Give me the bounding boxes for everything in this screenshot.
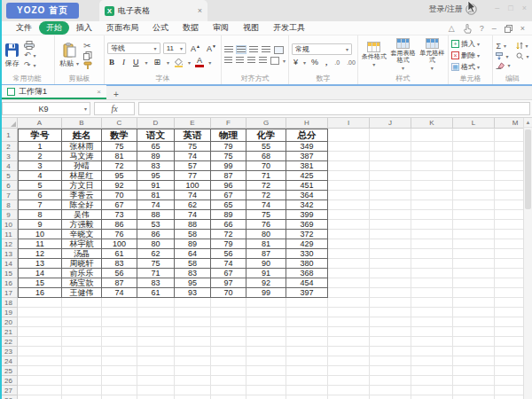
cell-K22[interactable] xyxy=(411,337,453,347)
cell-B23[interactable] xyxy=(62,347,102,356)
cell-D23[interactable] xyxy=(137,347,175,356)
align-top-icon[interactable] xyxy=(224,46,233,53)
workbook-tab[interactable]: 工作簿1 × xyxy=(2,85,106,99)
cell-C12[interactable]: 100 xyxy=(102,239,137,249)
cell-H22[interactable] xyxy=(286,337,328,347)
cell-I5[interactable] xyxy=(328,171,370,181)
cell-C14[interactable]: 83 xyxy=(102,259,137,269)
cell-A16[interactable]: 15 xyxy=(18,278,62,288)
cell-K10[interactable] xyxy=(411,220,453,230)
row-header-11[interactable]: 11 xyxy=(0,230,18,239)
cell-I19[interactable] xyxy=(328,308,370,317)
cell-J13[interactable] xyxy=(370,249,411,259)
cell-H6[interactable]: 451 xyxy=(286,181,328,191)
cell-F2[interactable]: 79 xyxy=(211,142,246,152)
row-header-5[interactable]: 5 xyxy=(0,171,18,181)
conditional-formatting-button[interactable]: 条件格式 ▾ xyxy=(361,42,387,68)
cell-C2[interactable]: 75 xyxy=(102,142,137,152)
column-header-A[interactable]: A xyxy=(18,118,62,129)
column-header-F[interactable]: F xyxy=(211,118,246,129)
cell-D16[interactable]: 83 xyxy=(137,278,175,288)
cell-G28[interactable] xyxy=(246,395,286,399)
column-header-D[interactable]: D xyxy=(137,118,175,129)
cell-L8[interactable] xyxy=(453,200,495,210)
row-header-22[interactable]: 22 xyxy=(0,337,18,347)
cell-B3[interactable]: 马文涛 xyxy=(62,152,102,161)
cell-J18[interactable] xyxy=(370,298,411,308)
menu-tab-文件[interactable]: 文件 xyxy=(9,21,39,35)
document-tab[interactable]: X 电子表格 × xyxy=(99,0,207,21)
cell-F16[interactable]: 97 xyxy=(211,278,246,288)
shrink-font-button[interactable]: A▼ xyxy=(205,43,218,53)
cell-J25[interactable] xyxy=(370,366,411,376)
cell-J12[interactable] xyxy=(370,239,411,249)
cell-K13[interactable] xyxy=(411,249,453,259)
column-header-G[interactable]: G xyxy=(246,118,286,129)
cell-D3[interactable]: 89 xyxy=(137,152,175,161)
cell-H5[interactable]: 425 xyxy=(286,171,328,181)
cell-F9[interactable]: 89 xyxy=(211,210,246,220)
cell-I2[interactable] xyxy=(328,142,370,152)
cell-B27[interactable] xyxy=(62,386,102,395)
cell-I24[interactable] xyxy=(328,356,370,366)
cell-G16[interactable]: 92 xyxy=(246,278,286,288)
column-header-L[interactable]: L xyxy=(453,118,495,129)
format-painter-icon[interactable] xyxy=(83,61,92,70)
ribbon-minimize-icon[interactable]: – xyxy=(492,24,497,33)
cell-G2[interactable]: 55 xyxy=(246,142,286,152)
cell-L2[interactable] xyxy=(453,142,495,152)
cell-C4[interactable]: 72 xyxy=(102,161,137,171)
cell-K9[interactable] xyxy=(411,210,453,220)
cell-C11[interactable]: 76 xyxy=(102,230,137,239)
cell-D27[interactable] xyxy=(137,386,175,395)
cell-E21[interactable] xyxy=(175,327,211,337)
cell-E7[interactable]: 74 xyxy=(175,191,211,200)
formula-input[interactable] xyxy=(138,102,530,115)
cell-H25[interactable] xyxy=(286,366,328,376)
cell-G21[interactable] xyxy=(246,327,286,337)
cell-H15[interactable]: 368 xyxy=(286,269,328,278)
cell-C3[interactable]: 81 xyxy=(102,152,137,161)
cell-G19[interactable] xyxy=(246,308,286,317)
cell-A4[interactable]: 3 xyxy=(18,161,62,171)
cell-L13[interactable] xyxy=(453,249,495,259)
row-header-1[interactable]: 1 xyxy=(0,129,18,142)
cell-E2[interactable]: 75 xyxy=(175,142,211,152)
cell-B17[interactable]: 王健伟 xyxy=(62,288,102,298)
help-icon[interactable]: ? xyxy=(480,24,484,33)
row-header-17[interactable]: 17 xyxy=(0,288,18,298)
cell-K23[interactable] xyxy=(411,347,453,356)
cell-E22[interactable] xyxy=(175,337,211,347)
number-format-select[interactable]: 常规▾ xyxy=(292,43,352,55)
row-header-23[interactable]: 23 xyxy=(0,347,18,356)
menu-tab-公式[interactable]: 公式 xyxy=(145,21,176,35)
decrease-decimal-button[interactable]: .00 xyxy=(345,59,357,66)
cell-J23[interactable] xyxy=(370,347,411,356)
cell-F8[interactable]: 65 xyxy=(211,200,246,210)
cell-F20[interactable] xyxy=(211,317,246,327)
print-icon[interactable] xyxy=(24,41,35,50)
align-bottom-icon[interactable] xyxy=(249,46,258,53)
cell-D28[interactable] xyxy=(137,395,175,399)
cell-J10[interactable] xyxy=(370,220,411,230)
row-header-14[interactable]: 14 xyxy=(0,259,18,269)
cell-D8[interactable]: 74 xyxy=(137,200,175,210)
italic-button[interactable]: I xyxy=(121,58,127,66)
format-cells-button[interactable]: ▦ 格式 ▾ xyxy=(451,61,489,73)
cell-J28[interactable] xyxy=(370,395,411,399)
row-header-7[interactable]: 7 xyxy=(0,191,18,200)
cell-F14[interactable]: 74 xyxy=(211,259,246,269)
cell-E5[interactable]: 77 xyxy=(175,171,211,181)
cell-K24[interactable] xyxy=(411,356,453,366)
cell-G11[interactable]: 80 xyxy=(246,230,286,239)
cell-L12[interactable] xyxy=(453,239,495,249)
delete-cells-button[interactable]: × 删除 ▾ xyxy=(451,50,489,61)
cell-H28[interactable] xyxy=(286,395,328,399)
cell-H17[interactable]: 397 xyxy=(286,288,328,298)
cell-A14[interactable]: 13 xyxy=(18,259,62,269)
cell-K19[interactable] xyxy=(411,308,453,317)
cell-L6[interactable] xyxy=(453,181,495,191)
cell-H16[interactable]: 454 xyxy=(286,278,328,288)
cell-G1[interactable]: 化学 xyxy=(246,129,286,142)
cell-K14[interactable] xyxy=(411,259,453,269)
